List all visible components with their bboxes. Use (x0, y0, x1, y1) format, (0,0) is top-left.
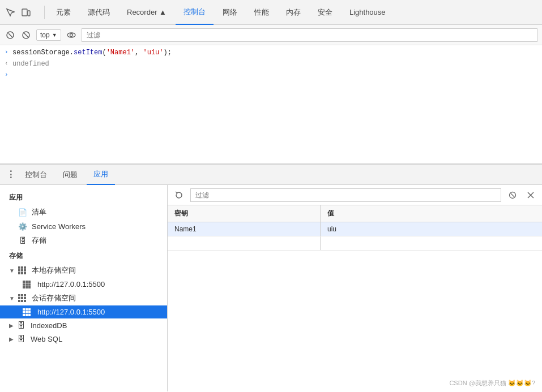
sidebar-session-storage-url-label: http://127.0.0.1:5500 (37, 308, 105, 316)
db-icon-indexed: 🗄 (17, 321, 25, 330)
table-header-key: 密钥 (168, 205, 321, 222)
block-icon[interactable] (20, 29, 32, 41)
db-icon: 🗄 (18, 236, 27, 245)
sidebar-local-storage-group[interactable]: ▼ 本地存储空间 (0, 263, 167, 278)
table-cell-value-0: uiu (321, 222, 542, 236)
table-row[interactable]: Name1 uiu (168, 222, 542, 236)
tab-security[interactable]: 安全 (310, 0, 340, 25)
sidebar-indexed-db-label: IndexedDB (31, 321, 67, 330)
sidebar-session-storage-group[interactable]: ▼ 会话存储空间 (0, 291, 167, 305)
console-arrow-1: › (5, 49, 12, 55)
table-header-value: 值 (321, 205, 542, 222)
block-panel-button[interactable] (506, 188, 519, 202)
tab-lighthouse[interactable]: Lighthouse (342, 0, 394, 25)
table-cell-key-empty (168, 236, 321, 250)
bottom-panel: ⋮ 控制台 问题 应用 应用 📄 清单 ⚙️ Service Workers 🗄… (0, 164, 542, 391)
sidebar-item-service-workers-label: Service Workers (32, 222, 86, 231)
panel-toolbar (168, 185, 542, 205)
sidebar-session-storage-url[interactable]: http://127.0.0.1:5500 (0, 305, 167, 318)
tab-sources[interactable]: 源代码 (80, 0, 118, 25)
tab-recorder[interactable]: Recorder ▲ (119, 0, 174, 25)
console-arrow-3: › (5, 71, 12, 78)
expand-arrow-indexeddb: ▶ (9, 322, 14, 329)
sidebar-web-sql-label: Web SQL (31, 335, 62, 343)
grid-icon-session (18, 294, 26, 302)
bottom-tab-issues[interactable]: 问题 (56, 165, 84, 185)
tab-network[interactable]: 网络 (215, 0, 245, 25)
context-selector[interactable]: top ▼ (36, 29, 61, 41)
sidebar-item-storage[interactable]: 🗄 存储 (0, 233, 167, 248)
refresh-button[interactable] (172, 188, 186, 202)
tab-console[interactable]: 控制台 (176, 0, 214, 25)
panel-filter-input[interactable] (190, 188, 501, 202)
bottom-content: 应用 📄 清单 ⚙️ Service Workers 🗄 存储 存储 ▼ (0, 185, 542, 391)
console-result-1: undefined (12, 60, 537, 68)
table-row-empty (168, 236, 542, 251)
gear-icon: ⚙️ (18, 222, 27, 231)
table-header: 密钥 值 (168, 205, 542, 222)
grid-icon-local (18, 266, 26, 274)
console-content: › sessionStorage.setItem('Name1', 'uiu')… (0, 45, 542, 164)
console-line-2: ‹ undefined (0, 59, 542, 70)
sidebar-item-storage-label: 存储 (32, 235, 46, 245)
tab-performance[interactable]: 性能 (246, 0, 277, 25)
sidebar-indexed-db-group[interactable]: ▶ 🗄 IndexedDB (0, 318, 167, 332)
expand-arrow-websql: ▶ (9, 336, 14, 342)
svg-line-3 (8, 33, 12, 37)
data-table: 密钥 值 Name1 uiu (168, 205, 542, 391)
bottom-tab-application[interactable]: 应用 (87, 165, 115, 185)
grid-icon-local-url (23, 281, 31, 288)
console-line-1: › sessionStorage.setItem('Name1', 'uiu')… (0, 48, 542, 59)
device-toggle-icon[interactable] (20, 7, 32, 18)
sidebar-item-service-workers[interactable]: ⚙️ Service Workers (0, 219, 167, 233)
sidebar: 应用 📄 清单 ⚙️ Service Workers 🗄 存储 存储 ▼ (0, 185, 168, 391)
svg-point-7 (70, 33, 72, 36)
clear-console-button[interactable] (5, 29, 16, 41)
sidebar-local-storage-url-label: http://127.0.0.1:5500 (37, 280, 105, 288)
expand-arrow-local: ▼ (9, 268, 15, 274)
watermark: CSDN @我想养只猫 🐱🐱🐱? (449, 379, 535, 387)
grid-icon-session-url (23, 308, 31, 316)
tab-elements[interactable]: 元素 (48, 0, 79, 25)
main-panel: 密钥 值 Name1 uiu (168, 185, 542, 391)
eye-icon[interactable] (66, 29, 77, 41)
top-nav-bar: 元素 源代码 Recorder ▲ 控制台 网络 性能 内存 安全 Lighth… (0, 0, 542, 25)
file-icon: 📄 (18, 208, 27, 217)
sidebar-item-manifest-label: 清单 (32, 207, 46, 217)
nav-tabs: 元素 源代码 Recorder ▲ 控制台 网络 性能 内存 安全 Lighth… (48, 0, 394, 24)
svg-line-9 (511, 193, 515, 197)
bottom-tabs: ⋮ 控制台 问题 应用 (0, 165, 542, 185)
svg-rect-0 (22, 9, 27, 16)
close-panel-button[interactable] (524, 188, 537, 202)
sidebar-local-storage-label: 本地存储空间 (32, 265, 76, 275)
sidebar-item-manifest[interactable]: 📄 清单 (0, 205, 167, 219)
console-input-prompt[interactable] (12, 71, 537, 79)
expand-arrow-session: ▼ (9, 295, 15, 301)
nav-divider (44, 6, 45, 19)
svg-rect-1 (28, 11, 30, 16)
more-options-button[interactable]: ⋮ (5, 169, 16, 180)
bottom-tab-console[interactable]: 控制台 (18, 165, 54, 185)
sidebar-session-storage-label: 会话存储空间 (32, 293, 76, 303)
console-line-3: › (0, 70, 542, 81)
table-cell-value-empty (321, 236, 542, 250)
tab-memory[interactable]: 内存 (278, 0, 309, 25)
svg-line-5 (24, 33, 28, 37)
console-arrow-2: ‹ (5, 60, 12, 67)
console-filter-input[interactable] (82, 28, 537, 42)
db-icon-websql: 🗄 (17, 334, 25, 343)
console-code-1: sessionStorage.setItem('Name1', 'uiu'); (12, 49, 537, 57)
sidebar-storage-section-title: 存储 (0, 248, 167, 263)
inspect-icon[interactable] (5, 7, 16, 18)
sidebar-local-storage-url[interactable]: http://127.0.0.1:5500 (0, 278, 167, 291)
sidebar-web-sql-group[interactable]: ▶ 🗄 Web SQL (0, 332, 167, 346)
table-cell-key-0: Name1 (168, 222, 321, 236)
sidebar-app-section-title: 应用 (0, 189, 167, 205)
console-toolbar: top ▼ (0, 25, 542, 45)
nav-icons (5, 7, 32, 18)
